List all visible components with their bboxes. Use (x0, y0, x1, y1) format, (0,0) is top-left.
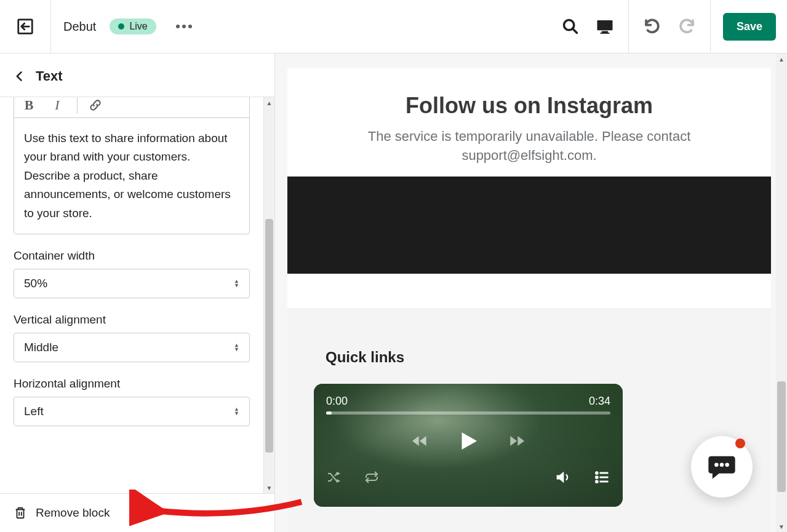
shuffle-button[interactable] (326, 470, 341, 485)
search-button[interactable] (559, 15, 581, 38)
vertical-alignment-select[interactable]: Middle ▲▼ (14, 333, 250, 362)
redo-icon (677, 17, 696, 36)
repeat-button[interactable] (364, 470, 379, 485)
search-icon (562, 18, 579, 35)
video-player[interactable]: 0:00 0:34 (314, 384, 623, 507)
play-button[interactable] (455, 428, 481, 454)
forward-button[interactable] (507, 431, 527, 451)
live-label: Live (129, 21, 147, 32)
link-button[interactable] (89, 98, 106, 112)
svg-rect-4 (600, 33, 609, 34)
link-icon (89, 98, 102, 112)
horizontal-alignment-select[interactable]: Left ▲▼ (14, 397, 250, 426)
select-caret-icon: ▲▼ (234, 407, 239, 416)
sidebar-title: Text (36, 68, 63, 84)
container-width-value: 50% (24, 277, 47, 290)
play-icon (455, 428, 481, 454)
video-progress-bar[interactable] (326, 411, 610, 415)
divider (628, 0, 629, 54)
svg-point-6 (596, 477, 597, 478)
rewind-button[interactable] (410, 431, 429, 451)
trash-icon (14, 506, 27, 520)
redo-button[interactable] (676, 15, 698, 38)
svg-rect-2 (597, 20, 612, 30)
repeat-icon (364, 470, 379, 485)
notification-dot-icon (735, 439, 745, 448)
forward-icon (507, 431, 527, 451)
shuffle-icon (326, 470, 341, 485)
rewind-icon (410, 431, 429, 451)
bold-button[interactable]: B (20, 97, 38, 113)
horizontal-alignment-label: Horizontal alignment (14, 377, 250, 391)
chat-button[interactable] (691, 436, 753, 498)
format-toolbar: B I (14, 97, 250, 117)
back-icon[interactable] (14, 70, 26, 82)
undo-icon (643, 17, 661, 36)
instagram-title: Follow us on Instagram (300, 93, 759, 119)
container-width-label: Container width (14, 249, 250, 263)
svg-point-8 (714, 463, 719, 467)
vertical-alignment-value: Middle (24, 341, 58, 354)
svg-point-9 (720, 463, 724, 467)
svg-point-5 (596, 472, 597, 474)
theme-name: Debut (63, 20, 96, 34)
container-width-select[interactable]: 50% ▲▼ (14, 269, 250, 298)
playlist-icon (593, 469, 610, 486)
instagram-message: The service is temporarily unavailable. … (300, 127, 759, 165)
sidebar-header: Text (0, 54, 274, 97)
undo-button[interactable] (641, 15, 663, 38)
select-caret-icon: ▲▼ (234, 279, 239, 288)
video-current-time: 0:00 (326, 395, 348, 408)
italic-button[interactable]: I (49, 97, 66, 113)
viewport-button[interactable] (594, 15, 616, 38)
remove-block-label: Remove block (36, 506, 110, 520)
preview-scrollbar[interactable]: ▲ ▼ (776, 54, 787, 532)
exit-icon (16, 17, 34, 36)
volume-button[interactable] (554, 469, 571, 486)
live-badge: Live (110, 18, 156, 34)
desktop-icon (596, 17, 614, 36)
divider (710, 0, 711, 54)
exit-button[interactable] (0, 0, 51, 54)
volume-icon (554, 469, 571, 486)
instagram-placeholder (287, 177, 771, 274)
select-caret-icon: ▲▼ (234, 343, 239, 352)
chat-icon (706, 451, 738, 483)
sidebar-scrollbar[interactable]: ▲ ▼ (263, 97, 274, 493)
svg-rect-3 (602, 31, 608, 33)
remove-block-button[interactable]: Remove block (0, 493, 274, 532)
svg-point-7 (596, 481, 597, 483)
horizontal-alignment-value: Left (24, 405, 44, 418)
svg-point-10 (725, 463, 729, 467)
playlist-button[interactable] (593, 469, 610, 486)
text-editor[interactable]: Use this text to share information about… (14, 117, 250, 234)
quick-links-heading: Quick links (326, 349, 733, 366)
more-button[interactable] (170, 25, 198, 28)
top-bar: Debut Live (0, 0, 787, 54)
live-dot-icon (118, 23, 124, 30)
video-duration: 0:34 (589, 395, 610, 408)
save-button[interactable]: Save (723, 13, 776, 41)
settings-sidebar: Text B I Use this text to share inf (0, 54, 275, 532)
vertical-alignment-label: Vertical alignment (14, 313, 250, 327)
